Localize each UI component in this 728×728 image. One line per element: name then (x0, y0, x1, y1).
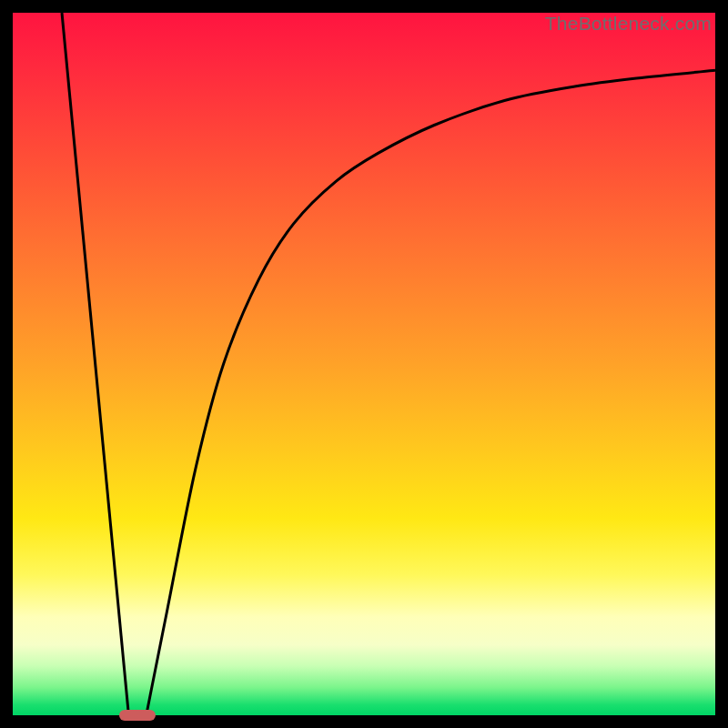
chart-frame: TheBottleneck.com (13, 13, 715, 715)
right-curve-path (147, 70, 715, 715)
minimum-marker (119, 710, 156, 721)
watermark-text: TheBottleneck.com (545, 13, 712, 35)
left-line-path (62, 13, 128, 715)
curve-svg (13, 13, 715, 715)
